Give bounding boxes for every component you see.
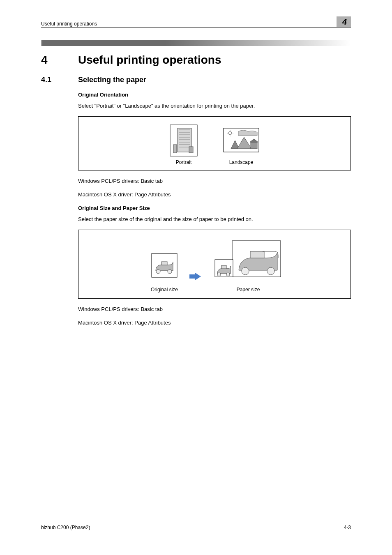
section-number: 4.1 [41,76,78,84]
footer-right: 4-3 [344,525,351,530]
svg-rect-25 [161,262,167,265]
svg-rect-20 [251,142,257,149]
svg-point-32 [226,273,230,276]
portrait-icon [169,124,198,157]
figure-original-size: Original size [146,245,183,292]
subhead-orientation: Original Orientation [78,92,351,98]
section-title: Selecting the paper [78,76,146,84]
svg-point-27 [242,267,249,275]
svg-rect-29 [250,251,264,258]
note-mac-1: Macintosh OS X driver: Page Attributes [78,191,351,198]
running-title: Useful printing operations [41,21,97,27]
section-heading: 4.1 Selecting the paper [41,76,351,84]
footer-left: bizhub C200 (Phase2) [41,525,90,530]
svg-point-23 [156,269,160,274]
figure-portrait: Portrait [169,124,198,165]
svg-point-28 [267,267,274,275]
note-windows-2: Windows PCL/PS drivers: Basic tab [78,306,351,312]
arrow-icon [195,273,201,280]
svg-rect-11 [189,147,193,153]
para-size: Select the paper size of the original an… [78,216,351,222]
page-footer: bizhub C200 (Phase2) 4-3 [41,522,351,530]
svg-rect-33 [221,265,226,269]
caption-landscape: Landscape [229,159,254,165]
note-mac-2: Macintosh OS X driver: Page Attributes [78,320,351,326]
figure-paper-size: Paper size [213,239,283,292]
figure-orientation: Portrait Landscape [78,116,351,170]
para-orientation: Select "Portrait" or "Landscape" as the … [78,103,351,109]
chapter-number: 4 [41,53,78,67]
note-windows-1: Windows PCL/PS drivers: Basic tab [78,178,351,184]
chapter-title: Useful printing operations [78,53,221,67]
figure-landscape: Landscape [223,124,260,165]
caption-portrait: Portrait [176,159,192,165]
figure-size: Original size Paper size [78,230,351,299]
paper-size-icon [213,239,283,284]
caption-original-size: Original size [151,287,178,292]
caption-paper-size: Paper size [237,287,260,292]
svg-point-31 [217,273,221,276]
original-size-icon [146,245,183,284]
chapter-badge: 4 [337,16,351,27]
landscape-icon [223,124,260,157]
page-header: Useful printing operations 4 [41,16,351,28]
decorative-bar [41,40,351,46]
svg-rect-10 [173,145,177,153]
chapter-heading: 4 Useful printing operations [41,53,351,67]
svg-point-24 [168,269,172,274]
subhead-size: Original Size and Paper Size [78,205,351,211]
